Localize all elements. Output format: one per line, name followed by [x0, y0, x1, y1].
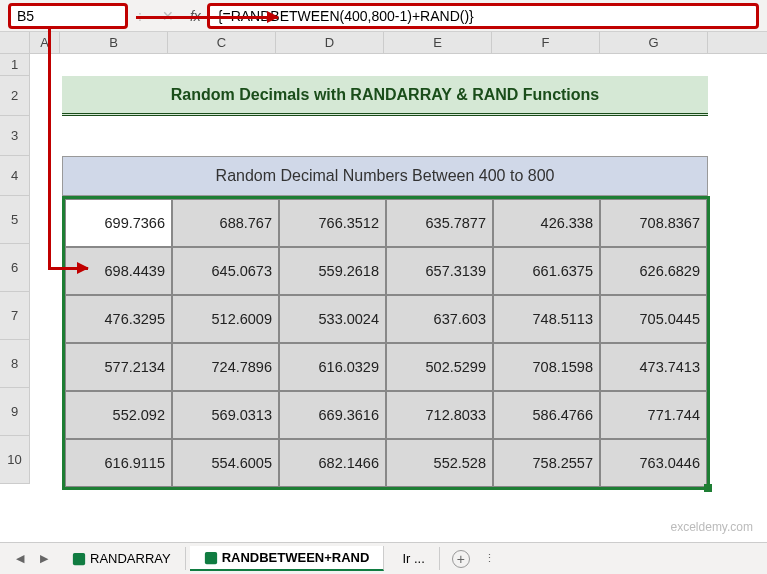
- cell-C10[interactable]: 554.6005: [172, 439, 279, 487]
- col-header-A[interactable]: A: [30, 32, 60, 53]
- cell-C9[interactable]: 569.0313: [172, 391, 279, 439]
- cell-D9[interactable]: 669.3616: [279, 391, 386, 439]
- row-header-2[interactable]: 2: [0, 76, 30, 116]
- table-row: 616.9115 554.6005 682.1466 552.528 758.2…: [65, 439, 707, 487]
- tab-nav-prev-icon[interactable]: ◀: [10, 552, 30, 565]
- add-sheet-button[interactable]: +: [452, 550, 470, 568]
- name-box-wrap[interactable]: ⌄: [8, 3, 128, 29]
- row-header-4[interactable]: 4: [0, 156, 30, 196]
- cell-G8[interactable]: 473.7413: [600, 343, 707, 391]
- row-header-6[interactable]: 6: [0, 244, 30, 292]
- cell-E5[interactable]: 635.7877: [386, 199, 493, 247]
- col-header-E[interactable]: E: [384, 32, 492, 53]
- col-header-F[interactable]: F: [492, 32, 600, 53]
- subtitle-cell[interactable]: Random Decimal Numbers Between 400 to 80…: [62, 156, 708, 196]
- cell-D7[interactable]: 533.0024: [279, 295, 386, 343]
- cell-G7[interactable]: 705.0445: [600, 295, 707, 343]
- cell-D8[interactable]: 616.0329: [279, 343, 386, 391]
- cell-F6[interactable]: 661.6375: [493, 247, 600, 295]
- formula-input-wrap[interactable]: [207, 3, 759, 29]
- tab-nav-next-icon[interactable]: ▶: [34, 552, 54, 565]
- select-all-corner[interactable]: [0, 32, 30, 53]
- cell-F8[interactable]: 708.1598: [493, 343, 600, 391]
- cell-B8[interactable]: 577.2134: [65, 343, 172, 391]
- tab-label: Ir ...: [402, 551, 424, 566]
- cell-F5[interactable]: 426.338: [493, 199, 600, 247]
- sheet-icon: [204, 551, 218, 565]
- tab-randarray[interactable]: RANDARRAY: [58, 547, 186, 570]
- data-table: 699.7366 688.767 766.3512 635.7877 426.3…: [62, 196, 710, 490]
- cell-E6[interactable]: 657.3139: [386, 247, 493, 295]
- cell-B7[interactable]: 476.3295: [65, 295, 172, 343]
- tab-label: RANDARRAY: [90, 551, 171, 566]
- cell-E7[interactable]: 637.603: [386, 295, 493, 343]
- svg-rect-0: [73, 552, 85, 564]
- cell-G5[interactable]: 708.8367: [600, 199, 707, 247]
- col-header-G[interactable]: G: [600, 32, 708, 53]
- cell-G6[interactable]: 626.6829: [600, 247, 707, 295]
- cell-C6[interactable]: 645.0673: [172, 247, 279, 295]
- formula-input[interactable]: [218, 8, 748, 24]
- cell-E9[interactable]: 712.8033: [386, 391, 493, 439]
- annotation-arrow-right: [136, 16, 278, 19]
- cell-C8[interactable]: 724.7896: [172, 343, 279, 391]
- tab-next[interactable]: Ir ...: [388, 547, 439, 570]
- table-row: 699.7366 688.767 766.3512 635.7877 426.3…: [65, 199, 707, 247]
- tab-label: RANDBETWEEN+RAND: [222, 550, 370, 565]
- col-header-C[interactable]: C: [168, 32, 276, 53]
- tab-randbetween-rand[interactable]: RANDBETWEEN+RAND: [190, 546, 385, 571]
- col-header-D[interactable]: D: [276, 32, 384, 53]
- tab-options-icon[interactable]: ⋮: [478, 552, 501, 565]
- cell-F9[interactable]: 586.4766: [493, 391, 600, 439]
- cell-B5[interactable]: 699.7366: [65, 199, 172, 247]
- row-header-8[interactable]: 8: [0, 340, 30, 388]
- cell-D10[interactable]: 682.1466: [279, 439, 386, 487]
- cell-B10[interactable]: 616.9115: [65, 439, 172, 487]
- cell-E8[interactable]: 502.5299: [386, 343, 493, 391]
- watermark: exceldemy.com: [671, 520, 753, 534]
- formula-bar: ⌄ : ✕ fx: [0, 0, 767, 32]
- row-header-7[interactable]: 7: [0, 292, 30, 340]
- table-row: 577.2134 724.7896 616.0329 502.5299 708.…: [65, 343, 707, 391]
- sheet-tabs-bar: ◀ ▶ RANDARRAY RANDBETWEEN+RAND Ir ... + …: [0, 542, 767, 574]
- cell-B9[interactable]: 552.092: [65, 391, 172, 439]
- annotation-arrow-cell: [48, 267, 88, 270]
- cell-G10[interactable]: 763.0446: [600, 439, 707, 487]
- row-header-3[interactable]: 3: [0, 116, 30, 156]
- table-row: 552.092 569.0313 669.3616 712.8033 586.4…: [65, 391, 707, 439]
- cell-C7[interactable]: 512.6009: [172, 295, 279, 343]
- cell-E10[interactable]: 552.528: [386, 439, 493, 487]
- cell-F10[interactable]: 758.2557: [493, 439, 600, 487]
- col-header-B[interactable]: B: [60, 32, 168, 53]
- row-header-1[interactable]: 1: [0, 54, 30, 76]
- table-row: 476.3295 512.6009 533.0024 637.603 748.5…: [65, 295, 707, 343]
- cell-D6[interactable]: 559.2618: [279, 247, 386, 295]
- svg-rect-1: [205, 551, 217, 563]
- sheet-icon: [72, 552, 86, 566]
- row-header-5[interactable]: 5: [0, 196, 30, 244]
- row-header-10[interactable]: 10: [0, 436, 30, 484]
- table-row: 698.4439 645.0673 559.2618 657.3139 661.…: [65, 247, 707, 295]
- cell-D5[interactable]: 766.3512: [279, 199, 386, 247]
- fill-handle[interactable]: [704, 484, 712, 492]
- cell-G9[interactable]: 771.744: [600, 391, 707, 439]
- cell-F7[interactable]: 748.5113: [493, 295, 600, 343]
- annotation-line-down: [48, 29, 51, 269]
- title-cell[interactable]: Random Decimals with RANDARRAY & RAND Fu…: [62, 76, 708, 116]
- row-header-9[interactable]: 9: [0, 388, 30, 436]
- column-headers: A B C D E F G: [0, 32, 767, 54]
- cell-C5[interactable]: 688.767: [172, 199, 279, 247]
- row-headers: 1 2 3 4 5 6 7 8 9 10: [0, 54, 30, 484]
- worksheet-grid: A B C D E F G 1 2 3 4 5 6 7 8 9 10 Rando…: [0, 32, 767, 512]
